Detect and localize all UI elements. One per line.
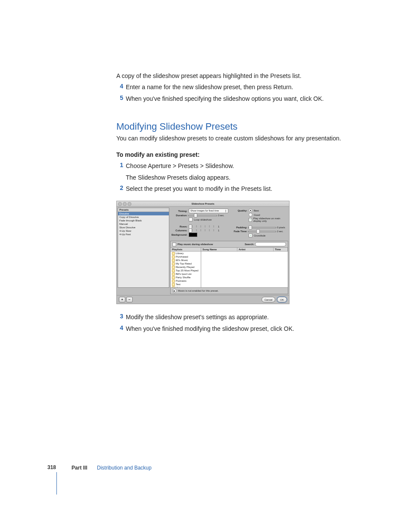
step-text: Choose Aperture > Presets > Slideshow.: [126, 162, 371, 170]
playlist-icon: [172, 283, 175, 286]
playlist-icon: [172, 269, 175, 272]
preset-item[interactable]: Copy of Dissolve: [118, 215, 169, 219]
padding-label: Padding:: [230, 226, 247, 229]
playlist-item[interactable]: Bill's Ipod List: [171, 272, 201, 276]
fadetime-label: Fade Time:: [230, 230, 247, 233]
playlist-icon: [172, 280, 175, 283]
rows-slider[interactable]: [189, 225, 217, 228]
step-number: 4: [116, 324, 123, 333]
speaker-icon[interactable]: ▶: [172, 289, 177, 293]
cancel-button[interactable]: Cancel: [262, 297, 276, 302]
footer-section: Distribution and Backup: [97, 465, 152, 471]
col-song-name: Song Name: [201, 248, 237, 251]
playlist-item[interactable]: 60's Music: [171, 258, 201, 262]
page-number: 318: [47, 464, 56, 470]
footer-part: Part III: [72, 465, 87, 471]
songs-table[interactable]: Song Name Artist Time: [201, 248, 288, 287]
fadetime-slider[interactable]: [249, 230, 276, 233]
playlist-item[interactable]: Library: [171, 252, 201, 255]
step-line: 2 Select the preset you want to modify i…: [116, 184, 371, 193]
padding-value: 0 pixels: [277, 226, 287, 229]
playlist-icon: [172, 262, 175, 265]
preset-item[interactable]: Fade through Black: [118, 219, 169, 222]
playlist-item[interactable]: My Top Rated: [171, 262, 201, 265]
step-aftertext: The Slideshow Presets dialog appears.: [126, 173, 371, 182]
playlist-icon: [172, 273, 175, 276]
preset-item[interactable]: 4-Up Slow: [118, 229, 169, 233]
dialog-title: Slideshow Presets: [191, 202, 214, 205]
columns-slider[interactable]: [189, 229, 217, 232]
timing-dropdown[interactable]: Show images for fixed time▲▼: [189, 208, 228, 213]
step-number: 2: [116, 184, 123, 193]
crossfade-checkbox[interactable]: [249, 233, 252, 237]
subheading: To modify an existing preset:: [116, 150, 371, 159]
playlist-icon: [172, 255, 175, 258]
rows-label: Rows:: [171, 225, 187, 228]
duration-slider[interactable]: [189, 214, 217, 217]
heading-subtext: You can modify slideshow presets to crea…: [116, 134, 371, 143]
step-line: 1 Choose Aperture > Presets > Slideshow.: [116, 162, 371, 170]
crossfade-label: Crossfade: [254, 234, 265, 237]
presets-list[interactable]: Presets DissolveCopy of DissolveFade thr…: [118, 208, 169, 288]
step-line: 4 When you've finished modifying the sli…: [116, 324, 371, 333]
fadetime-value: 2 sec.: [277, 230, 287, 233]
col-time: Time: [274, 248, 288, 251]
step-text: Select the preset you want to modify in …: [126, 184, 371, 193]
padding-slider[interactable]: [249, 226, 276, 229]
columns-value: 1: [218, 229, 228, 232]
step-number: 1: [116, 162, 123, 170]
loop-checkbox[interactable]: [189, 218, 193, 221]
col-artist: Artist: [237, 248, 274, 251]
presets-list-header: Presets: [118, 208, 169, 212]
play-music-label: Play music during slideshow: [177, 243, 213, 246]
dialog-titlebar: Slideshow Presets: [117, 201, 289, 207]
add-preset-button[interactable]: +: [119, 297, 125, 302]
search-input[interactable]: [255, 242, 286, 246]
preset-item[interactable]: Manual: [118, 222, 169, 226]
quality-best-radio[interactable]: [249, 208, 252, 212]
close-icon[interactable]: [118, 202, 122, 206]
step-number: 4: [116, 83, 123, 91]
playlist-item[interactable]: Recently Played: [171, 265, 201, 269]
footer-rule: [56, 472, 57, 495]
main-display-checkbox[interactable]: [249, 218, 252, 222]
playlist-item[interactable]: Top 25 Most Played: [171, 269, 201, 272]
loop-label: Loop slideshow: [194, 218, 212, 221]
main-display-label: Play slideshow on main display only: [253, 217, 287, 222]
preset-item[interactable]: Dissolve: [118, 212, 169, 215]
quality-good-radio[interactable]: [249, 213, 252, 217]
playlist-item[interactable]: Purchased: [171, 255, 201, 258]
music-panel: Play music during slideshow Search: Play…: [170, 241, 288, 294]
playlist-item[interactable]: Test: [171, 283, 201, 286]
minimize-icon[interactable]: [123, 202, 127, 206]
intro-text: A copy of the slideshow preset appears h…: [116, 72, 371, 80]
step-line: 5 When you've finished specifying the sl…: [116, 94, 371, 103]
playlist-item[interactable]: Party Shuffle: [171, 276, 201, 279]
step-line: 4 Enter a name for the new slideshow pre…: [116, 83, 371, 91]
step-text: Modify the slideshow preset's settings a…: [126, 313, 371, 321]
music-disabled-note: Music is not enabled for this preset.: [178, 289, 218, 292]
step-text: Enter a name for the new slideshow prese…: [126, 83, 371, 91]
step-number: 5: [116, 94, 123, 103]
background-swatch[interactable]: [189, 233, 197, 237]
playlist-item[interactable]: Podcasts: [171, 279, 201, 283]
timing-label: Timing:: [171, 210, 187, 212]
playlists-list[interactable]: Playlists LibraryPurchased60's MusicMy T…: [171, 248, 201, 287]
play-music-checkbox[interactable]: [172, 243, 176, 246]
columns-label: Columns:: [171, 229, 187, 232]
quality-best-label: Best: [254, 209, 259, 212]
preset-item[interactable]: Slow Dissolve: [118, 226, 169, 229]
preset-item[interactable]: 4-Up Fast: [118, 233, 169, 236]
page-footer: 318 Part III Distribution and Backup: [47, 464, 152, 471]
search-label: Search:: [245, 243, 254, 246]
slideshow-presets-dialog: Slideshow Presets Presets DissolveCopy o…: [116, 201, 290, 304]
section-heading: Modifying Slideshow Presets: [116, 121, 371, 132]
playlist-icon: [172, 259, 175, 262]
background-label: Background:: [171, 233, 187, 236]
ok-button[interactable]: OK: [277, 297, 287, 302]
zoom-icon[interactable]: [128, 202, 131, 206]
remove-preset-button[interactable]: −: [126, 297, 133, 302]
quality-label: Quality:: [230, 209, 247, 212]
step-text: When you've finished specifying the slid…: [126, 94, 371, 103]
duration-label: Duration:: [171, 214, 187, 217]
